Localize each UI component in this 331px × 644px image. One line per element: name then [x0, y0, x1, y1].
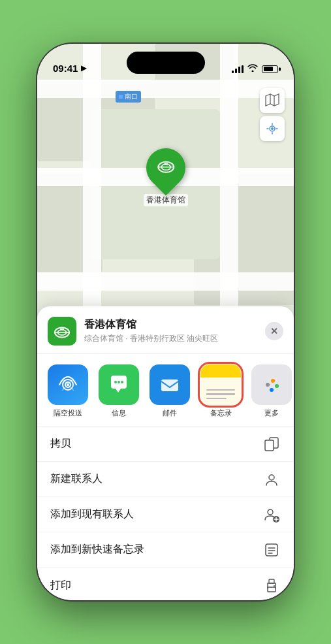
location-button[interactable]	[260, 116, 285, 141]
status-icons	[232, 64, 278, 74]
more-apps[interactable]: 更多	[251, 364, 292, 418]
venue-title-area: 香港体育馆 综合体育馆 · 香港特别行政区 油尖旺区	[84, 318, 257, 344]
status-time: 09:41 ▶	[53, 63, 86, 74]
phone-frame: 09:41 ▶	[37, 44, 294, 600]
notes-icon	[200, 364, 241, 405]
add-contact-icon	[262, 506, 281, 524]
svg-rect-28	[266, 544, 277, 556]
map-type-button[interactable]	[260, 88, 285, 113]
share-apps-row: 隔空投送 信息	[37, 354, 294, 427]
svg-rect-9	[60, 329, 64, 330]
messages-app[interactable]: 信息	[99, 364, 139, 418]
svg-rect-16	[161, 379, 178, 391]
messages-icon	[99, 364, 139, 405]
new-contact-label: 新建联系人	[50, 472, 262, 486]
signal-icon	[232, 65, 244, 73]
svg-point-24	[268, 509, 273, 515]
add-contact-label: 添加到现有联系人	[50, 507, 262, 521]
more-icon	[251, 364, 292, 405]
map-location-label: 南口	[116, 91, 141, 103]
quick-note-label: 添加到新快速备忘录	[50, 543, 262, 556]
notes-label: 备忘录	[210, 408, 232, 418]
airdrop-app[interactable]: 隔空投送	[48, 364, 88, 418]
quick-note-icon	[262, 541, 281, 559]
svg-point-13	[114, 381, 117, 383]
copy-label: 拷贝	[50, 437, 262, 451]
print-label: 打印	[50, 579, 262, 592]
mail-label: 邮件	[163, 408, 177, 418]
phone-screen: 09:41 ▶	[37, 44, 294, 600]
battery-icon	[262, 65, 278, 73]
svg-point-15	[121, 381, 123, 383]
time-label: 09:41	[53, 63, 78, 74]
airdrop-icon	[48, 364, 88, 405]
print-icon	[262, 576, 281, 594]
print-action[interactable]: 打印	[37, 568, 294, 600]
copy-action[interactable]: 拷贝	[37, 427, 294, 462]
venue-subtitle: 综合体育馆 · 香港特别行政区 油尖旺区	[84, 333, 257, 344]
svg-point-23	[269, 475, 274, 480]
marker-pin	[138, 140, 193, 196]
svg-point-1	[271, 127, 274, 130]
notes-app[interactable]: 备忘录	[200, 364, 241, 418]
mail-icon	[150, 364, 190, 405]
bottom-sheet: 香港体育馆 综合体育馆 · 香港特别行政区 油尖旺区 ✕	[37, 306, 294, 600]
stadium-icon	[155, 155, 176, 181]
dynamic-island	[127, 52, 205, 74]
svg-rect-32	[268, 587, 276, 592]
location-arrow-icon: ▶	[81, 64, 86, 72]
map-area[interactable]: 南口	[37, 44, 294, 325]
new-contact-icon	[262, 470, 281, 489]
stadium-marker[interactable]: 香港体育馆	[144, 148, 188, 206]
close-button[interactable]: ✕	[265, 322, 283, 340]
new-contact-action[interactable]: 新建联系人	[37, 462, 294, 497]
venue-title: 香港体育馆	[84, 318, 257, 332]
wifi-icon	[247, 64, 258, 74]
venue-icon	[48, 317, 76, 346]
svg-point-17	[266, 383, 270, 387]
more-label: 更多	[264, 408, 279, 418]
svg-point-19	[275, 384, 279, 388]
sheet-header: 香港体育馆 综合体育馆 · 香港特别行政区 油尖旺区 ✕	[37, 306, 294, 354]
svg-point-20	[270, 388, 274, 392]
add-contact-action[interactable]: 添加到现有联系人	[37, 497, 294, 532]
svg-rect-5	[164, 163, 168, 165]
airdrop-label: 隔空投送	[54, 408, 82, 418]
svg-point-34	[274, 585, 275, 587]
messages-label: 信息	[112, 408, 126, 418]
copy-icon	[262, 435, 281, 453]
quick-note-action[interactable]: 添加到新快速备忘录	[37, 532, 294, 568]
svg-point-14	[118, 381, 120, 383]
svg-rect-22	[265, 440, 274, 451]
svg-point-12	[67, 383, 69, 386]
svg-rect-33	[269, 579, 274, 583]
mail-app[interactable]: 邮件	[150, 364, 190, 418]
svg-point-18	[271, 379, 275, 383]
map-controls	[260, 88, 285, 141]
